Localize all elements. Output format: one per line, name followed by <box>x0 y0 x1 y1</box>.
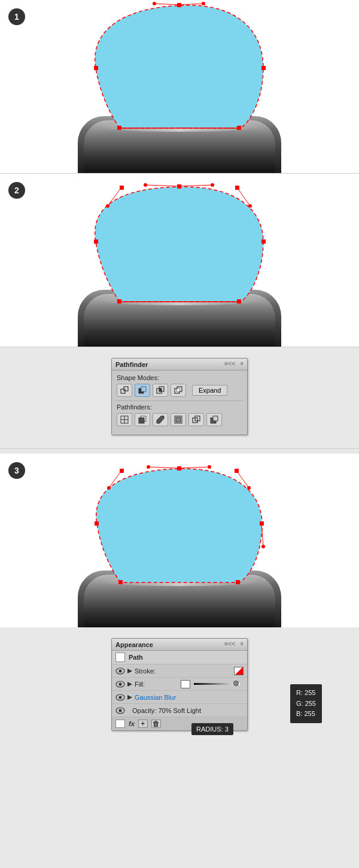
blur-expand-icon[interactable] <box>127 695 132 700</box>
step-number-2: 2 <box>8 182 25 199</box>
pathfinder-titlebar: Pathfinder ≡ << × <box>112 359 247 371</box>
svg-marker-69 <box>127 682 132 687</box>
shape-intersect-btn[interactable] <box>153 384 168 397</box>
svg-rect-39 <box>139 418 144 423</box>
svg-line-8 <box>154 4 179 5</box>
svg-point-21 <box>144 183 147 187</box>
rgb-tooltip: R: 255 G: 255 B: 255 <box>290 684 322 723</box>
svg-point-74 <box>119 709 122 712</box>
stroke-expand-icon[interactable] <box>127 669 132 673</box>
fill-expand-icon[interactable] <box>127 682 132 687</box>
screen-shape-3 <box>84 454 275 594</box>
step-3-panel: 3 <box>0 454 359 627</box>
svg-point-7 <box>202 2 205 5</box>
svg-point-55 <box>208 465 211 469</box>
expand-button[interactable]: Expand <box>192 385 227 396</box>
footer-new-icon[interactable]: + <box>138 720 148 728</box>
gaussian-blur-label[interactable]: Gaussian Blur <box>135 694 244 701</box>
svg-rect-48 <box>118 580 123 584</box>
fill-slider-handle[interactable] <box>233 681 239 686</box>
svg-rect-46 <box>213 416 218 421</box>
svg-line-56 <box>148 467 179 468</box>
radius-tooltip: RADIUS: 3 <box>191 723 233 735</box>
footer-fx-icon[interactable]: fx <box>129 720 135 727</box>
svg-point-23 <box>106 204 109 208</box>
appearance-close-icon[interactable]: × <box>240 641 244 647</box>
footer-delete-icon[interactable]: 🗑 <box>151 720 161 728</box>
svg-rect-3 <box>237 126 241 130</box>
svg-line-54 <box>179 467 209 468</box>
pathfinder-trim-btn[interactable] <box>135 413 150 426</box>
footer-square-icon <box>115 720 125 728</box>
screen-shape-1 <box>84 0 275 140</box>
svg-rect-32 <box>159 389 162 391</box>
pathfinder-minus-back-btn[interactable] <box>206 413 222 426</box>
step-number-1: 1 <box>8 8 25 25</box>
svg-rect-13 <box>237 299 241 304</box>
appearance-title: Appearance <box>115 641 153 648</box>
pathfinder-panel: Pathfinder ≡ << × Shape Modes: <box>111 358 248 435</box>
pathfinder-menu-icon[interactable]: ≡ <box>224 360 228 367</box>
svg-point-68 <box>119 682 122 685</box>
pathfinders-label: Pathfinders: <box>117 403 242 411</box>
svg-rect-15 <box>94 239 98 244</box>
rgb-r: R: 255 <box>296 688 316 699</box>
svg-rect-29 <box>141 387 146 391</box>
appearance-menu-icon[interactable]: ≡ <box>224 641 228 647</box>
gaussian-blur-row[interactable]: Gaussian Blur <box>112 691 247 704</box>
shape-modes-label: Shape Modes: <box>117 374 242 381</box>
pathfinder-panel-wrap: Pathfinder ≡ << × Shape Modes: <box>0 347 359 449</box>
svg-line-20 <box>145 185 179 186</box>
pathfinder-close-icon[interactable]: × <box>240 360 244 367</box>
svg-point-61 <box>247 486 251 490</box>
svg-rect-35 <box>177 389 180 391</box>
step-number-3: 3 <box>8 462 25 479</box>
svg-point-65 <box>119 669 122 672</box>
pathfinder-divide-btn[interactable] <box>117 413 132 426</box>
svg-rect-2 <box>117 126 121 130</box>
stroke-row[interactable]: Stroke: <box>112 664 247 678</box>
spacer-1 <box>0 449 359 454</box>
shape-modes-row: Expand <box>117 384 242 397</box>
svg-point-59 <box>107 486 111 490</box>
stroke-visibility-icon[interactable] <box>115 667 125 675</box>
opacity-row: Opacity: 70% Soft Light <box>112 704 247 717</box>
svg-marker-72 <box>127 695 132 700</box>
svg-rect-5 <box>94 66 98 70</box>
svg-rect-49 <box>236 580 240 584</box>
pathfinder-outline-btn[interactable] <box>188 413 204 426</box>
appearance-titlebar: Appearance ≡ << × <box>112 639 247 651</box>
fill-color-swatch[interactable] <box>181 680 190 688</box>
pathfinder-body: Shape Modes: Expand <box>112 371 247 435</box>
fill-row[interactable]: Fill: <box>112 678 247 691</box>
rgb-g: G: 255 <box>296 699 316 709</box>
svg-point-71 <box>119 696 122 699</box>
blur-visibility-icon[interactable] <box>115 694 125 701</box>
svg-rect-14 <box>261 239 266 244</box>
appearance-panel: Appearance ≡ << × Path Stroke: <box>111 638 248 731</box>
pathfinder-crop-btn[interactable] <box>171 413 186 426</box>
pathfinder-title: Pathfinder <box>115 361 148 368</box>
svg-rect-11 <box>177 184 181 189</box>
pathfinder-merge-btn[interactable] <box>153 413 168 426</box>
svg-point-19 <box>211 183 214 187</box>
shape-minus-front-btn[interactable] <box>135 384 150 397</box>
shape-exclude-btn[interactable] <box>171 384 186 397</box>
opacity-visibility-icon[interactable] <box>115 707 125 714</box>
step-1-panel: 1 <box>0 0 359 174</box>
fill-visibility-icon[interactable] <box>115 681 125 688</box>
svg-line-18 <box>179 185 212 186</box>
pathfinder-collapse-icon[interactable]: << <box>228 360 235 367</box>
appearance-panel-wrap: Appearance ≡ << × Path Stroke: <box>0 627 359 744</box>
fill-slider[interactable] <box>194 683 240 685</box>
appearance-collapse-icon[interactable]: << <box>228 641 235 647</box>
svg-line-6 <box>179 4 203 5</box>
fill-label: Fill: <box>135 681 181 688</box>
svg-point-57 <box>147 465 150 469</box>
step-2-panel: 2 <box>0 174 359 347</box>
svg-point-25 <box>248 204 252 208</box>
pathfinders-row <box>117 413 242 426</box>
shape-unite-btn[interactable] <box>117 384 132 397</box>
stroke-color-swatch[interactable] <box>234 667 244 675</box>
svg-rect-51 <box>95 521 99 526</box>
